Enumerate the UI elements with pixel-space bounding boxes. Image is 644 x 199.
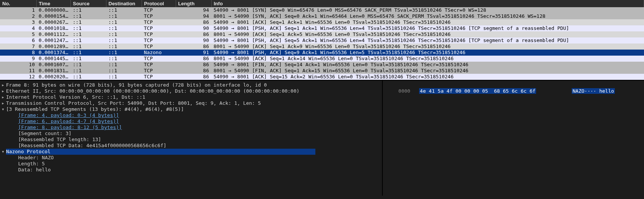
cell-time: 0.0000267… xyxy=(36,19,70,25)
cell-protocol: TCP xyxy=(142,44,176,50)
packet-row[interactable]: 60.0001247…::1::1TCP90 54090 → 8001 [PSH… xyxy=(0,37,644,44)
packet-row[interactable]: 10.0000000…::1::1TCP94 54090 → 8001 [SYN… xyxy=(0,7,644,13)
tree-item-reassembled-data[interactable]: [Reassembled TCP Data: 4e415a4f000000056… xyxy=(2,143,380,149)
cell-source: ::1 xyxy=(70,74,106,80)
segment-link[interactable]: [Frame: 8, payload: 8-12 (5 bytes)] xyxy=(18,124,122,130)
cell-source: ::1 xyxy=(70,50,106,56)
cell-time: 0.0001247… xyxy=(36,37,70,44)
packet-row[interactable]: 50.0001112…::1::1TCP86 8001 → 54090 [ACK… xyxy=(0,31,644,37)
packet-bytes-pane[interactable]: 0000 4e 41 5a 4f 00 00 00 05 68 65 6c 6c… xyxy=(383,81,644,196)
col-source-header[interactable]: Source xyxy=(70,0,106,7)
cell-no: 8 xyxy=(0,50,36,56)
cell-source: ::1 xyxy=(70,62,106,68)
cell-destination: ::1 xyxy=(106,62,142,68)
packet-row[interactable]: 110.0001831…::1::1TCP86 8001 → 54090 [FI… xyxy=(0,68,644,74)
tree-item-frame[interactable]: ▸Frame 8: 91 bytes on wire (728 bits), 9… xyxy=(2,82,380,88)
tree-item-ipv6[interactable]: ▸Internet Protocol Version 6, Src: ::1, … xyxy=(2,94,380,100)
cell-length: 86 xyxy=(176,68,211,74)
hex-offset: 0000 xyxy=(398,88,410,94)
col-info-header[interactable]: Info xyxy=(211,0,644,7)
packet-row[interactable]: 70.0001289…::1::1TCP86 8001 → 54090 [ACK… xyxy=(0,44,644,50)
tree-item-segment[interactable]: [Frame: 6, payload: 4-7 (4 bytes)] xyxy=(2,118,380,124)
cell-length: 86 xyxy=(176,31,211,37)
cell-info: 54090 → 8001 [ACK] Seq=15 Ack=2 Win=6553… xyxy=(211,74,644,80)
cell-no: 1 xyxy=(0,7,36,13)
ipv6-summary: Internet Protocol Version 6, Src: ::1, D… xyxy=(6,94,145,100)
col-protocol-header[interactable]: Protocol xyxy=(142,0,176,7)
tree-item-tcp[interactable]: ▸Transmission Control Protocol, Src Port… xyxy=(2,100,380,106)
cell-time: 0.0001112… xyxy=(36,31,70,37)
cell-no: 11 xyxy=(0,68,36,74)
tree-item-nazono-length[interactable]: Length: 5 xyxy=(2,161,380,167)
reassembled-summary: [3 Reassembled TCP Segments (13 bytes): … xyxy=(6,106,184,112)
cell-time: 0.0001445… xyxy=(36,56,70,62)
cell-source: ::1 xyxy=(70,25,106,31)
segment-link[interactable]: [Frame: 4, payload: 0-3 (4 bytes)] xyxy=(18,112,119,118)
packet-list-pane[interactable]: No. Time Source Destination Protocol Len… xyxy=(0,0,644,81)
caret-down-icon: ▾ xyxy=(2,149,6,155)
packet-row[interactable]: 40.0001018…::1::1TCP90 54090 → 8001 [PSH… xyxy=(0,25,644,31)
cell-time: 0.0000154… xyxy=(36,13,70,19)
cell-destination: ::1 xyxy=(106,31,142,37)
tree-item-segment[interactable]: [Frame: 8, payload: 8-12 (5 bytes)] xyxy=(2,124,380,131)
cell-no: 6 xyxy=(0,37,36,44)
cell-destination: ::1 xyxy=(106,50,142,56)
packet-row[interactable]: 20.0000154…::1::1TCP94 8001 → 54090 [SYN… xyxy=(0,13,644,19)
cell-no: 10 xyxy=(0,62,36,68)
cell-destination: ::1 xyxy=(106,56,142,62)
tree-item-nazono-header[interactable]: Header: NAZO xyxy=(2,155,380,161)
cell-no: 3 xyxy=(0,19,36,25)
ethernet-summary: Ethernet II, Src: 00:00:00_00:00:00 (00:… xyxy=(6,88,299,94)
tree-item-ethernet[interactable]: ▸Ethernet II, Src: 00:00:00_00:00:00 (00… xyxy=(2,88,380,94)
segment-link[interactable]: [Frame: 6, payload: 4-7 (4 bytes)] xyxy=(18,118,119,124)
packet-row[interactable]: 30.0000267…::1::1TCP86 54090 → 8001 [ACK… xyxy=(0,19,644,25)
cell-time: 0.0001289… xyxy=(36,44,70,50)
cell-info: 8001 → 54090 [ACK] Seq=1 Ack=14 Win=6553… xyxy=(211,56,644,62)
tree-item-segment[interactable]: [Frame: 4, payload: 0-3 (4 bytes)] xyxy=(2,112,380,118)
cell-protocol: TCP xyxy=(142,31,176,37)
cell-protocol: TCP xyxy=(142,19,176,25)
col-length-header[interactable]: Length xyxy=(176,0,211,7)
tree-item-reassembled[interactable]: ▾[3 Reassembled TCP Segments (13 bytes):… xyxy=(2,106,380,112)
cell-source: ::1 xyxy=(70,68,106,74)
col-time-header[interactable]: Time xyxy=(36,0,70,7)
packet-row[interactable]: 90.0001445…::1::1TCP86 8001 → 54090 [ACK… xyxy=(0,56,644,62)
hex-bytes[interactable]: 4e 41 5a 4f 00 00 00 05 68 65 6c 6c 6f xyxy=(419,88,536,94)
col-destination-header[interactable]: Destination xyxy=(106,0,142,7)
cell-protocol: Nazono xyxy=(142,50,176,56)
cell-time: 0.0000000… xyxy=(36,7,70,13)
tree-item-reassembled-length[interactable]: [Reassembled TCP length: 13] xyxy=(2,137,380,143)
cell-info: 8001 → 54090 [SYN, ACK] Seq=0 Ack=1 Win=… xyxy=(211,13,644,19)
cell-source: ::1 xyxy=(70,37,106,44)
packet-details-pane[interactable]: ▸Frame 8: 91 bytes on wire (728 bits), 9… xyxy=(0,81,383,196)
cell-info: 8001 → 54090 [ACK] Seq=1 Ack=5 Win=65536… xyxy=(211,31,644,37)
cell-no: 12 xyxy=(0,74,36,80)
cell-destination: ::1 xyxy=(106,19,142,25)
cell-no: 5 xyxy=(0,31,36,37)
cell-destination: ::1 xyxy=(106,25,142,31)
cell-destination: ::1 xyxy=(106,74,142,80)
cell-protocol: TCP xyxy=(142,7,176,13)
column-header-row[interactable]: No. Time Source Destination Protocol Len… xyxy=(0,0,644,7)
tree-item-segment-count[interactable]: [Segment count: 3] xyxy=(2,131,380,137)
cell-length: 90 xyxy=(176,37,211,44)
hex-ascii[interactable]: NAZO···· hello xyxy=(572,88,615,94)
col-no-header[interactable]: No. xyxy=(0,0,36,7)
caret-right-icon: ▸ xyxy=(2,94,6,100)
cell-destination: ::1 xyxy=(106,44,142,50)
cell-source: ::1 xyxy=(70,44,106,50)
cell-protocol: TCP xyxy=(142,62,176,68)
cell-no: 4 xyxy=(0,25,36,31)
frame-summary: Frame 8: 91 bytes on wire (728 bits), 91… xyxy=(6,82,267,88)
cell-no: 9 xyxy=(0,56,36,62)
cell-length: 86 xyxy=(176,56,211,62)
tree-item-nazono-data[interactable]: Data: hello xyxy=(2,167,380,173)
packet-row[interactable]: 100.0001607…::1::1TCP86 54090 → 8001 [FI… xyxy=(0,62,644,68)
cell-info: 54090 → 8001 [PSH, ACK] Seq=9 Ack=1 Win=… xyxy=(211,50,644,56)
caret-right-icon: ▸ xyxy=(2,82,6,88)
packet-row[interactable]: 80.0001374…::1::1Nazono91 54090 → 8001 [… xyxy=(0,50,644,56)
cell-destination: ::1 xyxy=(106,68,142,74)
packet-row[interactable]: 120.0002020…::1::1TCP86 54090 → 8001 [AC… xyxy=(0,74,644,80)
caret-right-icon: ▸ xyxy=(2,100,6,106)
tree-item-nazono[interactable]: ▾Nazono Protocol xyxy=(2,149,380,155)
